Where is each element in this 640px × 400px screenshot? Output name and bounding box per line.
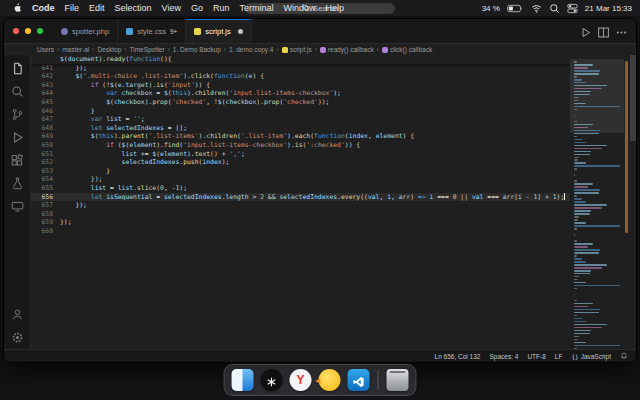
breadcrumb-item[interactable]: Users [37, 46, 54, 53]
menu-item-view[interactable]: View [157, 3, 186, 13]
breadcrumb-item[interactable]: 1. demo copy 4 [229, 46, 273, 53]
minimap-line [574, 162, 586, 164]
activity-run-debug[interactable] [9, 129, 25, 145]
line-text: $('.multi-choice .list-item').click(func… [60, 72, 570, 81]
activity-extensions[interactable] [9, 152, 25, 168]
code-line: 650 if ($(element).find('input.list-item… [31, 141, 570, 150]
language-mode[interactable]: {}JavaScript [571, 353, 611, 360]
extensions-icon [11, 154, 24, 167]
menu-item-selection[interactable]: Selection [110, 3, 157, 13]
activity-source-control[interactable] [9, 106, 25, 122]
run-button[interactable] [579, 25, 592, 38]
line-number: 648 [31, 124, 60, 133]
minimap-line [574, 207, 602, 209]
dock-divider [378, 370, 379, 390]
tab-spotter.php[interactable]: spotter.php [53, 19, 118, 43]
menu-item-go[interactable]: Go [186, 3, 208, 13]
minimap-line [574, 249, 600, 251]
spotlight-icon[interactable] [549, 3, 560, 14]
battery-icon[interactable] [507, 4, 524, 13]
method-symbol-icon [382, 47, 388, 53]
minimize-button[interactable] [25, 28, 31, 34]
dock-trash-icon[interactable] [387, 369, 409, 391]
breadcrumb-label: 1. demo copy 4 [229, 46, 273, 53]
minimap-line [574, 198, 582, 200]
menu-item-edit[interactable]: Edit [84, 3, 110, 13]
activity-explorer[interactable] [9, 60, 25, 76]
dock-cyberduck-icon[interactable] [319, 369, 341, 391]
close-button[interactable] [13, 28, 19, 34]
breadcrumb-item[interactable]: Desktop [97, 46, 121, 53]
wifi-icon[interactable] [531, 3, 542, 14]
minimap-line [574, 195, 577, 197]
line-number: 658 [31, 210, 60, 219]
dock-vscode-icon[interactable] [348, 369, 370, 391]
modified-lines-marker [625, 61, 628, 233]
menu-bar-search[interactable]: Search [245, 3, 395, 14]
notifications[interactable] [620, 352, 628, 360]
breadcrumb-item[interactable]: master-al [62, 46, 89, 53]
scrollbar-thumb[interactable] [630, 55, 636, 141]
chatgpt-logo [266, 374, 278, 386]
chevron-right-icon: › [124, 46, 126, 53]
dock-browser-icon[interactable]: Y [290, 369, 312, 391]
code-line: 642 $('.multi-choice .list-item').click(… [31, 72, 570, 81]
dock-chatgpt-icon[interactable] [261, 369, 283, 391]
minimap-line [574, 276, 579, 278]
activity-remote[interactable] [9, 198, 25, 214]
tab-label: style.css [137, 27, 166, 36]
code-line: 653 } [31, 167, 570, 176]
remote-icon [11, 200, 24, 213]
js-file-icon [194, 28, 201, 35]
vertical-scrollbar[interactable] [630, 55, 636, 349]
line-number: 657 [31, 201, 60, 210]
minimap-line [574, 258, 582, 260]
line-text [60, 210, 570, 219]
line-text: }); [60, 64, 570, 73]
more-actions-button[interactable] [615, 25, 628, 38]
eol-sequence[interactable]: LF [555, 353, 563, 360]
menu-item-file[interactable]: File [60, 3, 85, 13]
chevron-right-icon: › [224, 46, 226, 53]
apple-menu[interactable] [8, 2, 27, 15]
minimap-line [574, 309, 600, 311]
minimap[interactable] [570, 55, 624, 349]
activity-account[interactable] [9, 306, 25, 322]
code-editor[interactable]: $(document).ready(function(){ 641 });642… [31, 55, 636, 349]
menu-item-code[interactable]: Code [27, 3, 60, 13]
zoom-button[interactable] [37, 28, 43, 34]
activity-search[interactable] [9, 83, 25, 99]
minimap-line [574, 204, 607, 206]
minimap-line [574, 154, 590, 156]
line-text: } [60, 167, 570, 176]
tab-script.js[interactable]: script.js [186, 19, 251, 43]
encoding[interactable]: UTF-8 [527, 353, 545, 360]
split-editor-button[interactable] [597, 25, 610, 38]
menu-item-run[interactable]: Run [208, 3, 235, 13]
control-center-icon[interactable] [567, 3, 578, 14]
minimap-line [574, 294, 575, 296]
dock-finder-icon[interactable] [232, 369, 254, 391]
breadcrumb-item[interactable]: 1. Demo Backup [173, 46, 221, 53]
menu-bar-clock[interactable]: 21 Mar 15:33 [585, 4, 632, 13]
cursor-position[interactable]: Ln 656, Col 132 [435, 353, 481, 360]
activity-testing[interactable] [9, 175, 25, 191]
line-text: let isSequential = selectedIndexes.lengt… [60, 193, 570, 202]
code-line: 647 var list = ''; [31, 115, 570, 124]
code-line: 644 var checkbox = $(this).children('inp… [31, 89, 570, 98]
breadcrumb-item[interactable]: script.js [282, 46, 312, 53]
tab-style.css[interactable]: style.css9+ [118, 19, 186, 43]
minimap-slider[interactable] [570, 59, 624, 133]
breadcrumb-item[interactable]: ready() callback [320, 46, 374, 53]
sticky-scroll: $(document).ready(function(){ [31, 55, 570, 64]
line-text: $(document).ready(function(){ [60, 55, 570, 64]
settings-icon [11, 331, 24, 344]
line-number: 644 [31, 89, 60, 98]
breadcrumb-item[interactable]: click() callback [382, 46, 432, 53]
activity-settings[interactable] [9, 329, 25, 345]
indentation[interactable]: Spaces: 4 [489, 353, 518, 360]
breadcrumb-item[interactable]: TimeSpotter [129, 46, 164, 53]
minimap-line [574, 189, 600, 191]
chevron-right-icon: › [168, 46, 170, 53]
minimap-line [574, 282, 586, 284]
